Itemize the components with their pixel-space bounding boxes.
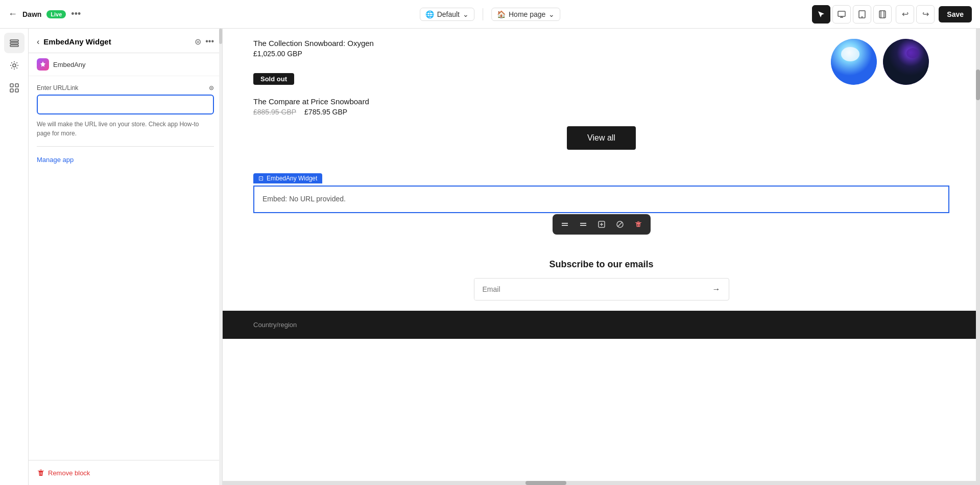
subscribe-section: Subscribe to our emails → [223,244,980,311]
svg-rect-0 [838,11,845,16]
embed-no-url-text: Embed: No URL provided. [262,195,346,203]
embed-toolbar [553,214,651,235]
product2-price-sale: £785.95 GBP [304,108,347,116]
canvas-scroll-thumb [976,70,980,100]
topbar-right: ↩ ↪ Save [812,5,972,24]
url-hint: We will make the URL live on your store.… [37,120,214,138]
canvas-scrollbar-bottom[interactable] [223,481,980,485]
compare-price-row: £885.95 GBP £785.95 GBP [253,108,374,116]
tablet-view-button[interactable] [853,5,871,24]
icon-nav [0,29,29,485]
live-badge: Live [46,10,66,18]
embed-widget-icon: ⊡ [258,175,264,182]
panel-back-button[interactable]: ‹ [37,37,39,47]
embed-toolbar-btn-4[interactable] [613,217,627,232]
chevron-down-icon-2: ⌄ [548,10,555,18]
svg-point-4 [862,16,863,17]
undo-redo-group: ↩ ↪ [896,5,935,24]
app-icon [37,58,49,71]
view-all-button[interactable]: View all [567,126,636,150]
embed-widget-label-text: EmbedAny Widget [267,175,317,182]
back-icon[interactable]: ← [8,9,17,19]
manage-app-link[interactable]: Manage app [37,156,74,164]
sold-out-badge: Sold out [253,73,294,85]
page-selector[interactable]: 🏠 Home page ⌄ [491,8,560,21]
view-all-area: View all [253,126,949,150]
product-row: The Collection Snowboard: Oxygen £1,025.… [253,39,949,116]
svg-rect-15 [15,89,18,92]
product-section: The Collection Snowboard: Oxygen £1,025.… [223,29,980,170]
save-button[interactable]: Save [939,6,972,22]
url-input-wrap [37,95,214,114]
page-label: Home page [509,10,545,18]
embed-section[interactable]: Embed: No URL provided. [253,186,949,213]
svg-point-16 [831,39,877,85]
svg-rect-13 [15,84,18,87]
theme-selector[interactable]: 🌐 Default ⌄ [420,8,474,21]
product2-name: The Compare at Price Snowboard [253,97,374,106]
panel-more-icon[interactable]: ••• [205,37,214,47]
product1-price: £1,025.00 GBP [253,50,374,58]
canvas-inner: The Collection Snowboard: Oxygen £1,025.… [223,29,980,485]
product2-price-original: £885.95 GBP [253,108,296,116]
divider [483,8,483,20]
svg-point-17 [841,47,859,61]
mobile-view-button[interactable] [873,5,892,24]
panel-content: Enter URL/Link ⊜ We will make the URL li… [29,76,222,460]
svg-line-24 [618,222,622,226]
topbar-center: 🌐 Default ⌄ 🏠 Home page ⌄ [420,8,561,21]
embed-toolbar-btn-2[interactable] [576,217,590,232]
country-region-label: Country/region [253,321,297,329]
canvas-scroll-bottom-thumb [525,481,566,485]
canvas-scrollbar-right[interactable] [976,29,980,485]
main-layout: ‹ EmbedAny Widget ⊜ ••• EmbedAny Enter U… [0,29,980,485]
embed-widget-label: ⊡ EmbedAny Widget [253,173,322,183]
side-panel: ‹ EmbedAny Widget ⊜ ••• EmbedAny Enter U… [29,29,223,485]
side-panel-header: ‹ EmbedAny Widget ⊜ ••• [29,29,222,53]
url-field-icon[interactable]: ⊜ [209,84,214,91]
svg-rect-14 [10,89,13,92]
sold-out-area: Sold out [253,73,374,93]
product-images [831,39,949,85]
nav-layers[interactable] [4,33,25,53]
svg-point-18 [883,39,929,85]
svg-rect-9 [10,42,18,44]
svg-rect-10 [10,45,18,47]
scrollbar-thumb [219,29,222,44]
home-icon: 🏠 [497,10,506,18]
globe-icon: 🌐 [425,10,434,18]
panel-app-row: EmbedAny [29,53,222,76]
panel-footer: Remove block [29,460,222,485]
embed-toolbar-delete-btn[interactable] [631,217,646,232]
more-menu-icon[interactable]: ••• [71,9,81,19]
embed-toolbar-btn-3[interactable] [594,217,609,232]
panel-save-icon[interactable]: ⊜ [195,37,201,47]
product2-info: Sold out The Compare at Price Snowboard … [253,73,374,116]
scrollbar-track [219,29,222,485]
panel-title: EmbedAny Widget [43,37,190,46]
chevron-down-icon: ⌄ [463,10,469,18]
panel-header-icons: ⊜ ••• [195,37,214,47]
footer-area: Country/region [223,311,980,339]
canvas-area: The Collection Snowboard: Oxygen £1,025.… [223,29,980,485]
product-image-blue [831,39,877,85]
email-submit-button[interactable]: → [704,279,729,300]
desktop-view-button[interactable] [832,5,851,24]
remove-block-label: Remove block [48,469,90,477]
email-input[interactable] [474,279,704,300]
remove-block-button[interactable]: Remove block [37,469,90,477]
url-input[interactable] [37,95,214,114]
svg-rect-12 [10,84,13,87]
subscribe-title: Subscribe to our emails [253,259,949,270]
nav-settings[interactable] [4,55,25,76]
product-image-dark [883,39,929,85]
email-input-row: → [474,278,729,301]
embed-widget-section: ⊡ EmbedAny Widget Embed: No URL provided… [253,186,949,213]
embed-toolbar-btn-1[interactable] [558,217,572,232]
select-tool-button[interactable] [812,5,830,24]
app-name: EmbedAny [53,61,86,68]
device-toolbar [812,5,892,24]
undo-button[interactable]: ↩ [896,5,914,24]
redo-button[interactable]: ↪ [916,5,935,24]
nav-apps[interactable] [4,78,25,98]
